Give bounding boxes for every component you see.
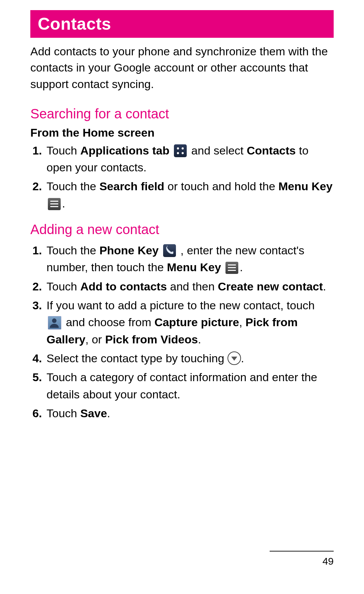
phone-key-icon: [163, 244, 176, 257]
step-item: Select the contact type by touching .: [45, 350, 334, 367]
step-text: Touch: [47, 280, 80, 293]
page-footer: 49: [270, 551, 334, 567]
step-bold: Contacts: [247, 144, 296, 157]
step-item: Touch a category of contact information …: [45, 369, 334, 403]
section-heading-searching: Searching for a contact: [30, 106, 334, 121]
step-text: or touch and hold the: [168, 180, 278, 193]
step-bold: Search field: [99, 180, 164, 193]
step-text: .: [240, 261, 243, 274]
step-item: Touch the Search field or touch and hold…: [45, 178, 334, 212]
step-text: and select: [191, 144, 247, 157]
contact-type-dropdown-icon: [228, 351, 241, 365]
step-item: If you want to add a picture to the new …: [45, 297, 334, 348]
step-text: If you want to add a picture to the new …: [47, 299, 315, 312]
step-bold: Save: [80, 407, 107, 420]
step-bold: Create new contact: [218, 280, 323, 293]
step-text: .: [107, 407, 110, 420]
step-bold: Menu Key: [167, 261, 221, 274]
step-item: Touch Save.: [45, 405, 334, 422]
menu-key-icon: [225, 262, 238, 274]
step-item: Touch Add to contacts and then Create ne…: [45, 278, 334, 295]
applications-tab-icon: [174, 144, 187, 157]
step-text: Touch: [47, 407, 80, 420]
step-text: Touch a category of contact information …: [47, 371, 317, 400]
step-text: Touch: [47, 144, 80, 157]
step-bold: Pick from Videos: [105, 333, 198, 346]
intro-paragraph: Add contacts to your phone and synchroni…: [30, 43, 334, 92]
step-text: .: [323, 280, 326, 293]
steps-list-adding: Touch the Phone Key , enter the new cont…: [30, 242, 334, 422]
step-bold: Capture picture: [154, 316, 239, 329]
step-text: .: [62, 197, 65, 210]
manual-page: Contacts Add contacts to your phone and …: [0, 0, 364, 594]
section-subhead: From the Home screen: [30, 126, 334, 139]
svg-point-0: [52, 318, 56, 323]
menu-key-icon: [48, 198, 61, 210]
step-text: Touch the: [47, 180, 99, 193]
step-text: and choose from: [66, 316, 154, 329]
page-title-banner: Contacts: [30, 10, 334, 38]
step-text: and then: [170, 280, 218, 293]
contact-avatar-icon: [48, 316, 61, 330]
step-text: Touch the: [47, 244, 99, 257]
page-title: Contacts: [38, 15, 111, 33]
page-number: 49: [323, 556, 334, 567]
step-bold: Applications tab: [80, 144, 169, 157]
footer-rule: [270, 551, 334, 551]
step-text: .: [241, 352, 244, 365]
section-heading-adding: Adding a new contact: [30, 222, 334, 237]
step-bold: Menu Key: [278, 180, 333, 193]
step-text: .: [198, 333, 201, 346]
step-text: , or: [85, 333, 105, 346]
step-text: Select the contact type by touching: [47, 352, 228, 365]
step-item: Touch the Phone Key , enter the new cont…: [45, 242, 334, 276]
step-bold: Phone Key: [99, 244, 159, 257]
step-bold: Add to contacts: [80, 280, 167, 293]
step-text: ,: [239, 316, 245, 329]
steps-list-searching: Touch Applications tab and select Contac…: [30, 142, 334, 212]
step-item: Touch Applications tab and select Contac…: [45, 142, 334, 176]
